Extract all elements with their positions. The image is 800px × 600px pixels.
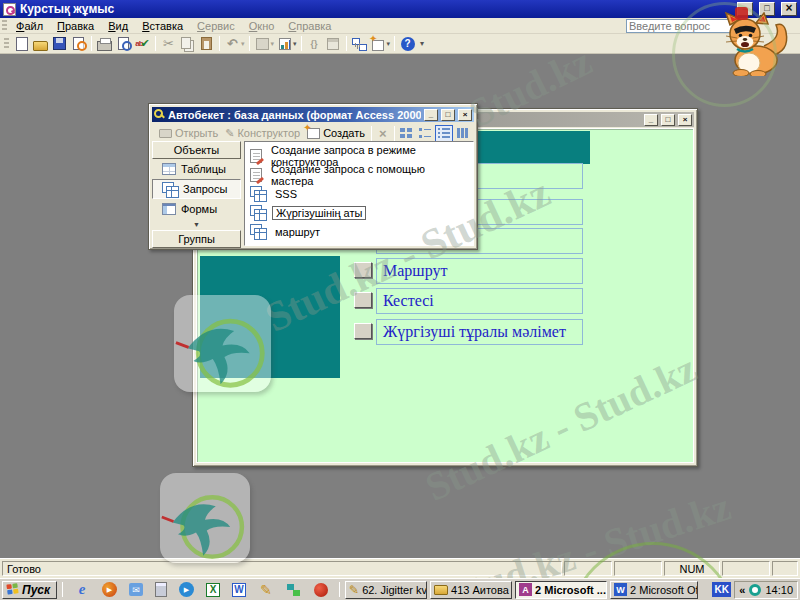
taskbar-button[interactable]: 413 Аитова А_... xyxy=(430,581,512,599)
db-close-button[interactable]: × xyxy=(458,109,472,121)
code-icon[interactable] xyxy=(306,35,323,52)
menu-help[interactable]: Справка xyxy=(281,19,338,33)
toolbar-separator xyxy=(346,36,347,51)
tray-app-icon[interactable] xyxy=(749,584,761,596)
form-row-button[interactable] xyxy=(354,262,372,278)
player-icon[interactable]: ▶ xyxy=(179,582,194,597)
start-button[interactable]: Пуск xyxy=(2,581,57,599)
chevron-down-icon[interactable]: ▾ xyxy=(241,40,245,48)
create-button[interactable]: Создать xyxy=(304,124,368,142)
query-icon xyxy=(162,182,178,197)
form-row-label: Маршрут xyxy=(376,258,583,284)
watermark-logo xyxy=(160,473,250,563)
relationships-icon[interactable] xyxy=(352,38,366,50)
small-icons-view-button[interactable] xyxy=(416,125,434,142)
status-bar: Готово NUM xyxy=(0,558,800,578)
taskbar-button-active[interactable]: A 2 Microsoft ... ▾ xyxy=(515,581,607,599)
list-item[interactable]: SSS xyxy=(247,184,471,203)
chevron-down-icon[interactable]: ▾ xyxy=(271,40,275,48)
outlook-icon[interactable]: ✉ xyxy=(129,583,143,596)
open-object-button[interactable]: Открыть xyxy=(156,124,221,142)
properties-icon[interactable] xyxy=(327,38,339,50)
details-view-button[interactable] xyxy=(454,125,472,142)
office-links-icon[interactable] xyxy=(256,38,269,50)
open-icon[interactable] xyxy=(33,41,48,51)
language-indicator[interactable]: KK xyxy=(712,582,731,597)
taskbar-button[interactable]: W 2 Microsoft Of... ▾ xyxy=(610,581,698,599)
menu-insert[interactable]: Вставка xyxy=(135,19,190,33)
paste-icon[interactable] xyxy=(201,37,212,50)
more-objects-chevron-icon[interactable]: ▼ xyxy=(152,219,241,230)
tray-collapse-button[interactable]: « xyxy=(739,584,745,596)
sidebar-item-forms[interactable]: Формы xyxy=(152,199,241,219)
taskbar: Пуск e ▶ ✉ ▶ X W ✎ 62. Jigitter kv -... … xyxy=(0,578,800,600)
ie-icon[interactable]: e xyxy=(74,582,90,598)
db-minimize-button[interactable]: _ xyxy=(424,109,438,121)
menu-file[interactable]: Файл xyxy=(9,19,50,33)
calculator-icon[interactable] xyxy=(155,582,167,597)
browser-icon[interactable] xyxy=(314,583,328,597)
copy-icon[interactable] xyxy=(181,37,191,49)
objects-sidebar: Объекты Таблицы Запросы Формы ▼ Группы xyxy=(152,141,241,246)
chevron-down-icon[interactable]: ▾ xyxy=(387,40,391,48)
undo-icon[interactable] xyxy=(224,35,241,52)
chevron-down-icon[interactable]: ▾ xyxy=(293,40,297,48)
form-maximize-button[interactable]: □ xyxy=(661,114,675,126)
form-row-button[interactable] xyxy=(354,292,372,308)
design-button[interactable]: Конструктор xyxy=(222,124,303,142)
media-player-icon[interactable]: ▶ xyxy=(102,582,117,597)
print-preview-icon[interactable] xyxy=(118,37,129,50)
list-view-button[interactable] xyxy=(435,125,453,142)
db-maximize-button[interactable]: □ xyxy=(441,109,455,121)
menubar-grip[interactable] xyxy=(2,20,7,32)
groups-header-button[interactable]: Группы xyxy=(152,230,241,248)
open-icon xyxy=(159,129,172,138)
list-item-selected[interactable]: Жүргізушінің аты xyxy=(247,203,471,222)
new-object-icon[interactable] xyxy=(372,40,384,51)
new-query-wizard-icon xyxy=(250,168,262,182)
sidebar-item-queries[interactable]: Запросы xyxy=(152,179,241,199)
word-icon: W xyxy=(614,583,627,596)
form-minimize-button[interactable]: _ xyxy=(644,114,658,126)
list-item[interactable]: Создание запроса с помощью мастера xyxy=(247,165,471,184)
help-icon[interactable] xyxy=(399,35,416,52)
office-assistant-cat[interactable] xyxy=(704,12,796,76)
status-panel xyxy=(614,561,662,576)
menubar: Файл Правка Вид Вставка Сервис Окно Спра… xyxy=(0,18,800,34)
toolbar-separator xyxy=(155,36,156,51)
form-close-button[interactable]: × xyxy=(678,114,692,126)
menu-view[interactable]: Вид xyxy=(101,19,135,33)
query-list: Создание запроса в режиме конструктора С… xyxy=(244,141,474,246)
menu-window[interactable]: Окно xyxy=(242,19,282,33)
excel-icon[interactable]: X xyxy=(206,583,220,597)
list-item[interactable]: маршрут xyxy=(247,222,471,241)
form-row-label: Жүргізуші тұралы мәлімет xyxy=(376,319,583,345)
toolbar-separator xyxy=(91,36,92,51)
toolbar-options-icon[interactable]: ▾ xyxy=(420,39,424,48)
form-side-rectangle xyxy=(200,256,340,378)
taskbar-button[interactable]: 62. Jigitter kv -... xyxy=(345,581,427,599)
form-row-button[interactable] xyxy=(354,323,372,339)
database-window: Автобекет : база данных (формат Access 2… xyxy=(148,103,478,250)
word-icon[interactable]: W xyxy=(232,583,246,597)
quick-launch: e ▶ ✉ ▶ X W ✎ xyxy=(68,582,334,598)
save-icon[interactable] xyxy=(53,37,66,50)
objects-header-button[interactable]: Объекты xyxy=(152,141,241,159)
spelling-icon[interactable] xyxy=(134,35,151,52)
menu-edit[interactable]: Правка xyxy=(50,19,101,33)
toolbar-grip[interactable] xyxy=(4,38,9,50)
menu-tools[interactable]: Сервис xyxy=(190,19,242,33)
form-row: Маршрут xyxy=(354,258,583,284)
analyze-icon[interactable] xyxy=(279,38,291,50)
database-window-titlebar[interactable]: Автобекет : база данных (формат Access 2… xyxy=(152,107,474,122)
file-search-icon[interactable] xyxy=(73,37,84,50)
network-icon[interactable] xyxy=(286,582,302,598)
large-icons-view-button[interactable] xyxy=(398,125,416,142)
sidebar-item-tables[interactable]: Таблицы xyxy=(152,159,241,179)
new-icon[interactable] xyxy=(16,37,28,51)
pen-icon[interactable]: ✎ xyxy=(258,582,274,598)
access-app-icon xyxy=(3,3,16,16)
delete-button[interactable]: × xyxy=(375,126,391,141)
cut-icon[interactable] xyxy=(160,35,177,52)
print-icon[interactable] xyxy=(97,41,112,51)
